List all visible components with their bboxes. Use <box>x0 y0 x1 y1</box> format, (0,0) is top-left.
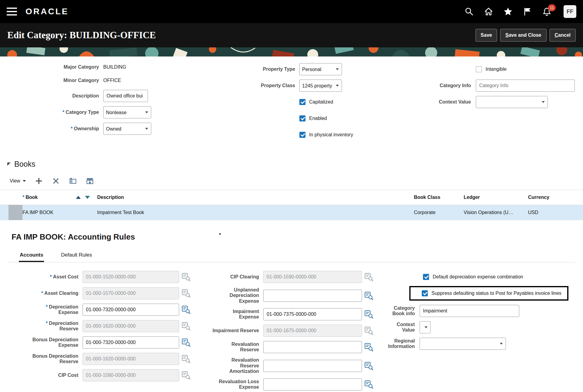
unplanned-depreciation-expense-lookup-icon[interactable] <box>364 291 373 300</box>
depreciation-expense-lookup-icon[interactable] <box>182 305 191 314</box>
search-icon[interactable] <box>465 7 474 16</box>
depreciation-reserve-input <box>83 320 179 332</box>
category-type-label: *Category Type <box>7 110 103 115</box>
cip-clearing-input <box>263 271 362 283</box>
capitalized-label: Capitalized <box>309 99 333 105</box>
revaluation-loss-expense-lookup-icon[interactable] <box>364 380 373 389</box>
property-class-select[interactable]: 1245 property <box>299 80 342 92</box>
cancel-button[interactable]: Cancel <box>550 29 576 42</box>
suppress-defaulting-status-checkbox[interactable] <box>422 290 428 296</box>
depreciation-expense-label: *Depreciation Expense <box>15 304 83 315</box>
category-type-select[interactable]: Nonlease <box>103 106 151 118</box>
bonus-depreciation-reserve-label: Bonus Depreciation Reserve <box>15 353 83 365</box>
table-row[interactable]: FA IMP BOOK Impairment Test Book Corpora… <box>0 205 583 220</box>
tab-default-rules[interactable]: Default Rules <box>60 252 93 262</box>
chevron-down-icon <box>23 180 26 182</box>
oracle-logo: ORACLE <box>26 7 69 16</box>
category-book-info-input[interactable] <box>420 305 519 317</box>
enabled-checkbox[interactable] <box>299 115 305 121</box>
page-title-bar: Edit Category: BUILDING-OFFICE Save Save… <box>0 23 583 47</box>
revaluation-reserve-amortization-lookup-icon[interactable] <box>364 361 373 370</box>
revaluation-reserve-lookup-icon[interactable] <box>364 343 373 352</box>
depreciation-expense-input[interactable] <box>83 304 179 316</box>
delete-icon[interactable] <box>52 177 60 185</box>
description-label: Description <box>7 93 103 99</box>
asset-clearing-lookup-icon <box>182 289 191 298</box>
revaluation-reserve-input[interactable] <box>263 341 362 353</box>
books-toolbar: View <box>10 177 576 185</box>
required-marker: * <box>22 195 24 200</box>
impairment-reserve-input <box>263 325 362 337</box>
revaluation-loss-expense-input[interactable] <box>263 378 362 390</box>
major-category-label: Major Category <box>7 64 103 70</box>
freeze-icon[interactable] <box>69 177 77 185</box>
notifications-icon[interactable]: 11 <box>542 7 551 16</box>
notification-badge: 11 <box>548 4 556 11</box>
row-selector-cell[interactable] <box>9 205 22 220</box>
books-collapse-icon[interactable] <box>7 162 11 166</box>
minor-category-label: Minor Category <box>7 78 103 83</box>
home-icon[interactable] <box>484 7 493 16</box>
in-physical-inventory-label: In physical inventory <box>309 132 353 138</box>
category-info-label: Category Info <box>366 83 476 88</box>
detach-icon[interactable] <box>86 177 94 185</box>
user-avatar[interactable]: FF <box>564 5 576 18</box>
property-type-select[interactable]: Personal <box>299 63 342 75</box>
flag-icon[interactable] <box>523 7 532 16</box>
sort-descending-icon[interactable] <box>85 196 90 199</box>
default-depreciation-expense-label: Default depreciation expense combination <box>433 274 523 280</box>
ownership-select[interactable]: Owned <box>103 123 151 135</box>
acct-context-value-label: Context Value <box>376 322 420 333</box>
cip-cost-label: CIP Cost <box>15 373 83 378</box>
description-input[interactable] <box>103 90 148 102</box>
cip-clearing-label: CIP Clearing <box>203 274 263 280</box>
ownership-label: *Ownership <box>7 126 103 131</box>
cip-clearing-lookup-icon <box>364 272 373 281</box>
unplanned-depreciation-expense-label: Unplanned Depreciation Expense <box>203 287 263 304</box>
asset-cost-label: *Asset Cost <box>15 274 83 280</box>
bonus-depreciation-expense-input[interactable] <box>83 336 179 349</box>
menu-icon[interactable] <box>7 8 17 15</box>
add-icon[interactable] <box>35 177 43 185</box>
revaluation-reserve-amortization-input[interactable] <box>263 360 362 372</box>
revaluation-loss-expense-label: Revaluation Loss Expense <box>203 379 263 390</box>
save-and-close-button[interactable]: Save and Close <box>500 29 546 42</box>
default-depreciation-expense-checkbox[interactable] <box>423 274 429 280</box>
context-value-select[interactable] <box>476 96 548 108</box>
decorative-banner <box>0 47 583 56</box>
enabled-label: Enabled <box>309 116 327 121</box>
cell-book: FA IMP BOOK <box>22 210 97 215</box>
accounts-form: *Asset Cost *Asset Clearing *Depreciatio… <box>7 262 576 392</box>
category-info-input[interactable] <box>476 80 575 92</box>
intangible-label: Intangible <box>486 66 506 72</box>
acct-context-value-select[interactable] <box>420 321 431 333</box>
accounting-rules-heading: FA IMP BOOK: Accounting Rules <box>12 232 576 242</box>
col-book: Book <box>26 195 38 200</box>
asset-clearing-label: *Asset Clearing <box>15 291 83 296</box>
view-menu[interactable]: View <box>10 178 26 184</box>
save-button[interactable]: Save <box>476 29 497 42</box>
regional-information-select[interactable] <box>420 338 506 350</box>
cell-description: Impairment Test Book <box>97 210 414 215</box>
capitalized-checkbox[interactable] <box>299 99 305 105</box>
sort-ascending-icon[interactable] <box>76 196 81 199</box>
asset-cost-input <box>83 271 179 283</box>
tab-accounts[interactable]: Accounts <box>19 252 44 262</box>
favorites-icon[interactable] <box>503 7 513 16</box>
bonus-depreciation-reserve-lookup-icon <box>182 354 191 363</box>
unplanned-depreciation-expense-input[interactable] <box>263 290 362 302</box>
in-physical-inventory-checkbox[interactable] <box>299 132 305 138</box>
major-category-value: BUILDING <box>103 64 126 70</box>
impairment-expense-input[interactable] <box>263 308 362 320</box>
depreciation-reserve-lookup-icon <box>182 322 191 331</box>
asset-cost-lookup-icon <box>182 272 191 281</box>
cip-cost-input <box>83 369 179 381</box>
intangible-checkbox[interactable] <box>476 66 482 72</box>
bonus-depreciation-expense-lookup-icon[interactable] <box>182 338 191 347</box>
impairment-expense-lookup-icon[interactable] <box>364 310 373 319</box>
property-type-label: Property Type <box>196 66 299 72</box>
col-book-class: Book Class <box>414 195 464 200</box>
revaluation-reserve-amortization-label: Revaluation Reserve Amortization <box>203 357 263 374</box>
col-description: Description <box>97 195 414 200</box>
revaluation-reserve-label: Revaluation Reserve <box>203 342 263 353</box>
